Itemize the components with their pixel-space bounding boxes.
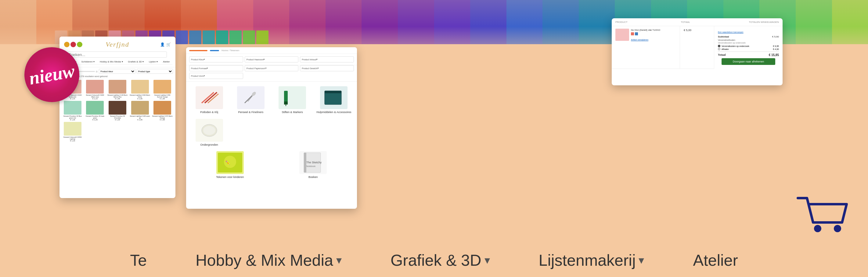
cat-label-penseel: Penseel & Fineliners <box>238 111 264 114</box>
cat-img-stiften <box>279 86 306 109</box>
nav-bottom-te[interactable]: Te <box>130 251 147 269</box>
screenshot-category: Home / Tekenen Product Kleur ▾ Product H… <box>186 47 357 209</box>
filter-inhoud[interactable]: Product Inhoud ▾ <box>300 56 354 63</box>
mini-swatch-12 <box>216 31 228 44</box>
mini-swatch-15 <box>256 31 269 44</box>
cat-boeken[interactable]: The Sketchy Notebook Boeken <box>274 151 353 179</box>
ss-mid-header: Home / Tekenen <box>186 47 357 54</box>
svg-rect-18 <box>304 153 306 172</box>
cat-label-onder: Ondergronden <box>200 143 218 147</box>
svg-line-3 <box>205 92 217 103</box>
logo-icon-2 <box>70 42 76 47</box>
product-price-0: € 1,15 <box>70 98 75 100</box>
checkout-button[interactable]: Doorgaan naar afrekenen <box>721 58 775 65</box>
filter-vorm[interactable]: Product Vorm ▾ <box>189 73 243 79</box>
shipping-opt2-price: € 4,00 <box>773 48 779 50</box>
product-item-2[interactable]: Derwent Lightfast C130 Burnt Sienna Plus… <box>107 80 128 100</box>
product-item-7[interactable]: Derwent Procolour 58 Chocolate € 1,26 <box>107 101 128 121</box>
product-price-7: € 1,26 <box>115 119 120 121</box>
shipping-opt2-label: Afhalen <box>721 48 729 50</box>
product-item-10[interactable]: Derwent Coloursoft CS550 Light lgt € 1,1… <box>62 122 83 142</box>
svg-text:Notebook: Notebook <box>306 165 315 167</box>
cat-img-hulp <box>320 86 347 109</box>
product-item-6[interactable]: Derwent Procolour 30 Jade green € 1,26 <box>85 101 106 121</box>
cat-penseel[interactable]: Penseel & Fineliners <box>232 86 269 114</box>
svg-rect-9 <box>284 101 288 105</box>
ss-search-input[interactable] <box>68 51 167 58</box>
filter-formaat[interactable]: Product Formaat ▾ <box>189 65 243 71</box>
product-price-10: € 1,15 <box>70 140 75 142</box>
coupon-link[interactable]: Een waardebon toevoegen <box>718 31 744 33</box>
nav-grafiek[interactable]: Grafiek & 3D ▾ <box>128 60 144 63</box>
shipping-opt1-price: € 9,95 <box>773 45 779 47</box>
mini-swatch-11 <box>203 31 215 44</box>
swatch-12 <box>434 0 470 44</box>
product-item-8[interactable]: Derwent Lightfast C180 warm lgt € 1,95 <box>129 101 151 121</box>
ss-type-filter[interactable]: Product type <box>137 69 173 74</box>
product-item-1[interactable]: Derwent Coloursoft CS330 Warm rose € 1,1… <box>85 80 106 100</box>
logo-icon-1 <box>64 42 69 47</box>
product-img-1 <box>86 80 104 94</box>
nav-bottom-hobby[interactable]: Hobby & Mix Media ▾ <box>195 251 342 269</box>
shipping-opt1-label: Verzendkosten op onderzoek <box>721 45 749 47</box>
shipping-label: Verzendmethoden <box>718 39 779 41</box>
user-icon: 👤 <box>160 42 165 47</box>
product-name-6: Derwent Procolour 30 Jade green <box>85 115 106 119</box>
nav-bottom-grafiek[interactable]: Grafiek & 3D ▾ <box>391 251 490 269</box>
cart-color-swatches <box>631 32 660 35</box>
nieuw-text: nieuw <box>27 60 76 89</box>
cat-kinderen[interactable]: ✏️ Tekenen voor kinderen <box>191 151 270 179</box>
product-item-4[interactable]: Derwent Lightfast C050 Sunrust Orange € … <box>152 80 173 100</box>
cat-label-hulp: Hulpmiddelen & Accessoires <box>316 111 351 114</box>
filter-kleur[interactable]: Product Kleur ▾ <box>189 56 243 63</box>
nav-bottom-atelier[interactable]: Atelier <box>693 251 738 269</box>
nav-bottom-lijst[interactable]: Lijstenmakerij ▾ <box>539 251 644 269</box>
cart-col-product: PRODUCT <box>615 21 681 24</box>
product-item-9[interactable]: Derwent Lightfast C070 Warm Orange € 1,9… <box>152 101 173 121</box>
nav-lijst-label: Lijstenmakerij <box>539 251 636 269</box>
ss-color-filter[interactable]: Product kleur <box>99 69 135 74</box>
nav-hobby[interactable]: Hobby & Mix Media ▾ <box>100 60 123 63</box>
cart-col-total: TOTAAL <box>681 21 713 24</box>
svg-rect-11 <box>324 91 341 93</box>
mini-swatch-13 <box>229 31 242 44</box>
subtotal-label: Subtotaal <box>718 35 729 38</box>
cat-potloden[interactable]: Potloden & Klij <box>191 86 227 114</box>
ss-product-grid: Derwent Coloursoft CS320 Dusky pink € 1,… <box>60 78 176 143</box>
swatch-8 <box>289 0 326 44</box>
product-img-6 <box>86 101 104 114</box>
ss-cart-body: Da Vinci (Daniell) vlak T123/10 Artikel … <box>612 26 782 69</box>
cat-img-boeken: The Sketchy Notebook <box>299 151 327 174</box>
total-label: Totaal <box>718 53 726 57</box>
ss-cat-row2: ✏️ Tekenen voor kinderen The Sketchy Not… <box>186 151 357 184</box>
cat-ondergronden[interactable]: Ondergronden <box>191 119 227 147</box>
nav-hobby-label: Hobby & Mix Media <box>195 251 333 269</box>
filter-haarsoort[interactable]: Product Haarsoort ▾ <box>245 56 299 63</box>
product-item-5[interactable]: Derwent Procolour 32 Blue green mid € 1,… <box>62 101 83 121</box>
nav-atelier[interactable]: Atelier <box>163 60 170 63</box>
swatch-16 <box>579 0 615 44</box>
filter-gewicht[interactable]: Product Gewicht ▾ <box>300 65 354 71</box>
ss-cart-price-col: € 5,00 <box>680 26 714 69</box>
swatch-22 <box>796 0 832 44</box>
cart-remove-link[interactable]: Artikel verwijderen <box>631 39 648 41</box>
cart-product-details: Da Vinci (Daniell) vlak T123/10 Artikel … <box>631 29 660 42</box>
shipping-option-2: Afhalen € 4,00 <box>718 48 779 50</box>
product-item-3[interactable]: Derwent Lightfast C060 Warm Ochre € 1,95 <box>129 80 151 100</box>
product-img-7 <box>108 101 126 114</box>
cat-stiften[interactable]: Stiften & Markers <box>274 86 311 114</box>
product-price-9: € 1,95 <box>160 119 165 121</box>
swatch-15 <box>542 0 579 44</box>
cat-hulpmiddelen[interactable]: Hulpmiddelen & Accessoires <box>315 86 352 114</box>
ss-category-grid: Potloden & Klij Penseel & Fineliners <box>186 82 357 151</box>
filter-papiersoort[interactable]: Product Papiersoort ▾ <box>245 65 299 71</box>
nav-lijst[interactable]: Lijsten ▾ <box>149 60 158 63</box>
cat-img-kinderen: ✏️ <box>216 151 244 174</box>
svg-text:The Sketchy: The Sketchy <box>306 161 322 164</box>
nav-schilderen[interactable]: Schilderen ▾ <box>81 60 95 63</box>
ss-logo-icons <box>64 42 82 47</box>
svg-point-13 <box>203 126 215 135</box>
ss-mid-breadcrumb: Home / Tekenen <box>221 49 239 52</box>
product-img-9 <box>153 101 171 114</box>
ss-mid-filter-row2: Product Formaat ▾ Product Papiersoort ▾ … <box>186 65 357 82</box>
